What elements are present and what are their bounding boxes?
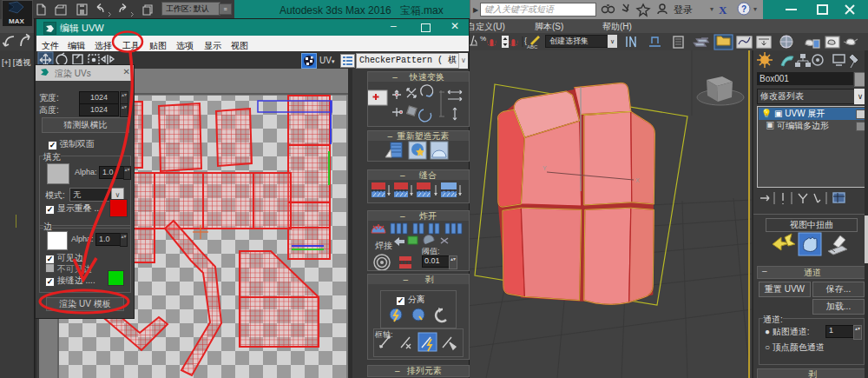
svg-text:MAX: MAX: [9, 17, 24, 25]
svg-text:▾: ▾: [753, 5, 757, 13]
svg-text:ABC: ABC: [527, 44, 538, 50]
svg-text:X: X: [719, 3, 727, 17]
svg-text:?: ?: [741, 4, 746, 14]
svg-text:X: X: [635, 177, 640, 183]
svg-text:%: %: [480, 35, 486, 43]
svg-text:Y: Y: [542, 165, 547, 171]
svg-text:登录: 登录: [674, 4, 693, 15]
svg-text:▾: ▾: [710, 5, 713, 13]
